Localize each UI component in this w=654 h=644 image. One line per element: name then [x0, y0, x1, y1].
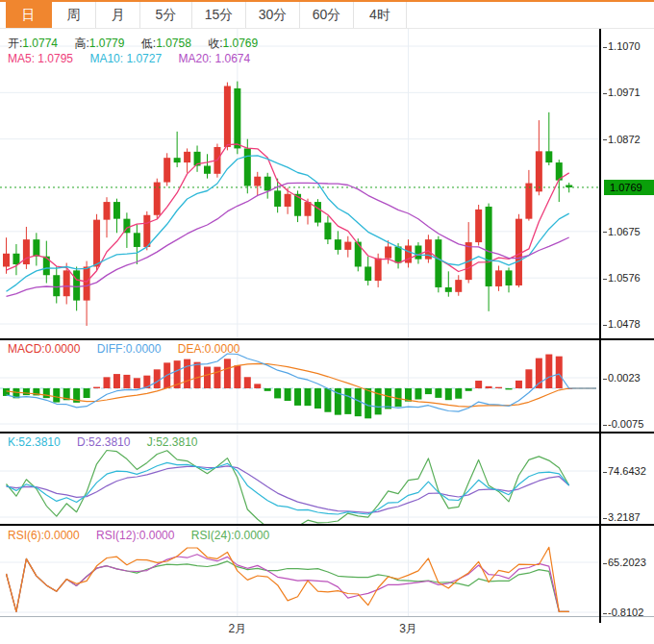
- candle-body: [525, 184, 532, 219]
- j-readout: J:52.3810: [147, 435, 198, 449]
- macd-header: MACD:0.0000 DIFF:0.0000 DEA:0.0000: [8, 342, 253, 356]
- macd-bar: [204, 367, 211, 388]
- candle-body: [415, 245, 421, 259]
- dea-line: [7, 363, 597, 407]
- macd-bar: [305, 388, 312, 406]
- tab-60min[interactable]: 60分: [300, 2, 354, 28]
- macd-bar: [53, 388, 60, 403]
- y-axis-label: 1.0576: [603, 271, 641, 285]
- y-axis-label: 1.0675: [603, 225, 641, 238]
- candle-body: [224, 86, 231, 146]
- candle-body: [234, 88, 240, 148]
- macd-bar: [435, 388, 441, 398]
- candle-body: [244, 148, 251, 186]
- candle-body: [33, 239, 39, 257]
- macd-bar: [425, 388, 432, 394]
- y-axis-label: 3.2187: [603, 510, 641, 524]
- macd-bar: [84, 388, 90, 398]
- candle-body: [164, 158, 170, 182]
- macd-bar: [445, 388, 452, 400]
- timeframe-tabbar: 日周月5分15分30分60分4时: [0, 0, 654, 29]
- candle-body: [335, 239, 341, 250]
- close-value: 1.0769: [223, 37, 259, 50]
- candle-body: [385, 246, 391, 258]
- macd-bar: [294, 388, 301, 406]
- candle-body: [395, 246, 402, 262]
- macd-bar: [385, 388, 391, 409]
- candle-body: [254, 177, 261, 186]
- d-readout: D:52.3810: [77, 435, 130, 449]
- open-label: 开:: [8, 37, 22, 50]
- candle-body: [134, 233, 140, 247]
- candle-body: [365, 266, 371, 281]
- y-axis-label: 1.0971: [603, 86, 641, 99]
- candle-body: [475, 210, 482, 242]
- open-readout: 开:1.0774: [8, 37, 58, 50]
- candle-body: [174, 158, 181, 162]
- macd-bar: [506, 388, 513, 389]
- rsi12-readout: RSI(12):0.0000: [96, 529, 174, 542]
- high-value: 1.0779: [89, 37, 125, 50]
- candle-body: [53, 275, 60, 296]
- x-axis-line: [0, 616, 654, 617]
- candle-body: [455, 280, 462, 292]
- y-axis-label: 1.0872: [603, 133, 641, 146]
- tab-month[interactable]: 月: [96, 2, 140, 28]
- candle-body: [445, 287, 452, 292]
- candle-body: [13, 254, 19, 264]
- macd-bar: [134, 378, 140, 388]
- macd-bar: [475, 381, 482, 388]
- low-label: 低:: [141, 37, 156, 50]
- y-axis-label: 0.0023: [603, 371, 641, 384]
- axis-tick: [603, 93, 607, 94]
- tab-4hour[interactable]: 4时: [354, 2, 407, 28]
- y-axis-line: [599, 29, 601, 623]
- y-axis-label: -0.8102: [603, 606, 643, 619]
- diff-line: [7, 354, 597, 411]
- tab-15min[interactable]: 15分: [192, 2, 246, 28]
- candle-body: [63, 270, 70, 296]
- close-label: 收:: [208, 37, 222, 50]
- candle-body: [143, 215, 150, 247]
- macd-bar: [214, 367, 220, 388]
- macd-bar: [495, 387, 502, 388]
- candle-body: [204, 165, 211, 173]
- rsi6-readout: RSI(6):0.0000: [8, 529, 80, 542]
- candle-body: [84, 266, 90, 300]
- y-axis-label: 1.1070: [603, 39, 641, 53]
- high-label: 高:: [74, 37, 88, 50]
- macd-bar: [465, 388, 472, 391]
- macd-bar: [415, 388, 421, 399]
- axis-tick: [603, 139, 607, 140]
- tab-week[interactable]: 周: [52, 2, 96, 28]
- macd-readout: MACD:0.0000: [8, 342, 80, 356]
- macd-bar: [274, 388, 281, 398]
- candlestick-plot[interactable]: [0, 29, 599, 338]
- macd-bar: [154, 369, 161, 388]
- macd-bar: [104, 377, 111, 388]
- candle-body: [536, 151, 542, 191]
- macd-bar: [194, 362, 201, 388]
- tab-day[interactable]: 日: [6, 2, 52, 28]
- tab-30min[interactable]: 30分: [246, 2, 300, 28]
- candle-body: [104, 202, 111, 220]
- axis-tick: [603, 518, 607, 519]
- candle-body: [344, 242, 351, 250]
- axis-tick: [603, 232, 607, 233]
- macd-bar: [123, 375, 130, 388]
- candle-body: [73, 270, 80, 300]
- candle-body: [113, 202, 120, 219]
- candle-body: [516, 219, 522, 285]
- candle-body: [506, 270, 513, 285]
- rsi24-line: [7, 558, 569, 611]
- macd-bar: [184, 359, 190, 388]
- candle-body: [93, 220, 100, 267]
- macd-bar: [244, 377, 251, 388]
- low-value: 1.0758: [156, 37, 191, 50]
- candle-body: [355, 242, 362, 267]
- macd-bar: [375, 388, 382, 414]
- kdj-header: K:52.3810 D:52.3810 J:52.3810: [8, 435, 212, 449]
- tab-5min[interactable]: 5分: [140, 2, 192, 28]
- ma5-readout: MA5: 1.0795: [8, 52, 73, 65]
- candle-body: [375, 259, 382, 281]
